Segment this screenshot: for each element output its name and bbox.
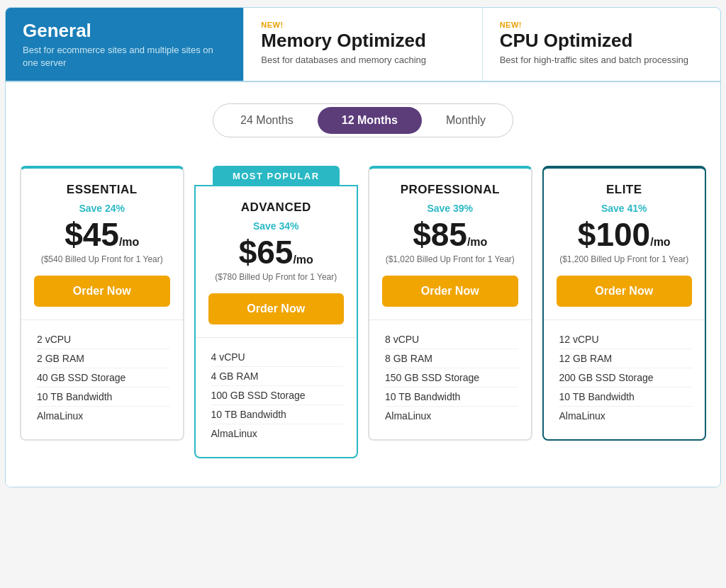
pricing-card-advanced: ADVANCED Save 34% $65/mo ($780 Billed Up… <box>194 185 359 458</box>
order-now-button[interactable]: Order Now <box>34 276 170 307</box>
divider <box>544 320 705 320</box>
cards-wrapper: ESSENTIAL Save 24% $45/mo ($540 Billed U… <box>20 166 706 458</box>
category-tab-general[interactable]: GeneralBest for ecommerce sites and mult… <box>6 8 244 81</box>
card-wrapper-elite: ELITE Save 41% $100/mo ($1,200 Billed Up… <box>542 166 707 441</box>
cards-section: ESSENTIAL Save 24% $45/mo ($540 Billed U… <box>20 166 706 458</box>
card-body-essential: ESSENTIAL Save 24% $45/mo ($540 Billed U… <box>21 169 183 425</box>
divider <box>196 337 357 338</box>
price-mo: /mo <box>293 254 313 266</box>
pricing-page: GeneralBest for ecommerce sites and mult… <box>5 7 721 487</box>
category-tabs: GeneralBest for ecommerce sites and mult… <box>6 8 720 82</box>
plan-name: ELITE <box>557 183 693 197</box>
feature-item: AlmaLinux <box>37 407 170 425</box>
feature-item: AlmaLinux <box>211 424 345 443</box>
plan-name: PROFESSIONAL <box>382 183 518 197</box>
feature-item: 4 GB RAM <box>211 367 345 386</box>
feature-item: AlmaLinux <box>385 407 518 425</box>
price-mo: /mo <box>119 236 139 248</box>
price-row: $65/mo <box>208 236 345 268</box>
tab-desc: Best for ecommerce sites and multiple si… <box>23 44 226 69</box>
price-mo: /mo <box>650 236 670 248</box>
feature-item: 8 GB RAM <box>385 349 518 368</box>
billing-toggle-btn-monthly[interactable]: Monthly <box>422 107 510 134</box>
feature-item: 10 TB Bandwidth <box>559 388 693 407</box>
feature-item: 2 GB RAM <box>37 349 170 368</box>
pricing-card-essential: ESSENTIAL Save 24% $45/mo ($540 Billed U… <box>20 166 184 441</box>
price-dollar: $85 <box>413 216 467 253</box>
save-badge: Save 24% <box>34 203 170 214</box>
price-row: $100/mo <box>557 218 693 251</box>
save-badge: Save 41% <box>557 203 693 214</box>
tab-desc: Best for databases and memory caching <box>261 54 464 67</box>
tab-title: General <box>23 21 226 41</box>
pricing-card-professional: PROFESSIONAL Save 39% $85/mo ($1,020 Bil… <box>368 166 532 441</box>
most-popular-label: MOST POPULAR <box>213 166 340 186</box>
divider <box>21 320 183 320</box>
new-badge: NEW! <box>261 21 464 29</box>
order-now-button[interactable]: Order Now <box>557 276 693 307</box>
card-wrapper-professional: PROFESSIONAL Save 39% $85/mo ($1,020 Bil… <box>368 166 532 441</box>
price-dollar: $100 <box>578 216 650 253</box>
price-mo: /mo <box>467 236 487 248</box>
tab-title: CPU Optimized <box>500 30 703 51</box>
plan-name: ADVANCED <box>208 200 345 215</box>
features-list: 2 vCPU2 GB RAM40 GB SSD Storage10 TB Ban… <box>34 330 170 425</box>
feature-item: 100 GB SSD Storage <box>211 386 345 405</box>
feature-item: 12 vCPU <box>559 330 693 349</box>
card-wrapper-advanced: MOST POPULAR ADVANCED Save 34% $65/mo ($… <box>194 166 359 458</box>
tab-title: Memory Optimized <box>261 30 464 51</box>
divider <box>369 320 531 320</box>
feature-item: 4 vCPU <box>211 348 345 367</box>
category-tab-memory[interactable]: NEW!Memory OptimizedBest for databases a… <box>244 8 482 81</box>
price-row: $45/mo <box>34 218 170 251</box>
feature-item: 10 TB Bandwidth <box>385 388 518 407</box>
card-body-elite: ELITE Save 41% $100/mo ($1,200 Billed Up… <box>544 169 705 425</box>
pricing-card-elite: ELITE Save 41% $100/mo ($1,200 Billed Up… <box>542 166 707 441</box>
billing-toggle-btn-12-months[interactable]: 12 Months <box>318 107 422 134</box>
new-badge: NEW! <box>500 21 703 29</box>
price-row: $85/mo <box>382 218 518 251</box>
order-now-button[interactable]: Order Now <box>208 293 345 324</box>
price-billed: ($1,020 Billed Up Front for 1 Year) <box>382 254 518 266</box>
features-list: 4 vCPU4 GB RAM100 GB SSD Storage10 TB Ba… <box>208 348 345 443</box>
tab-desc: Best for high-traffic sites and batch pr… <box>500 54 703 67</box>
price-dollar: $65 <box>239 234 294 271</box>
feature-item: 10 TB Bandwidth <box>211 405 345 424</box>
billing-toggle-btn-24-months[interactable]: 24 Months <box>216 107 318 134</box>
features-list: 8 vCPU8 GB RAM150 GB SSD Storage10 TB Ba… <box>382 330 518 425</box>
feature-item: 200 GB SSD Storage <box>559 368 693 388</box>
toggle-container: 24 Months12 MonthsMonthly <box>213 103 513 137</box>
price-billed: ($1,200 Billed Up Front for 1 Year) <box>557 254 693 266</box>
feature-item: 2 vCPU <box>37 330 170 349</box>
main-content: 24 Months12 MonthsMonthly ESSENTIAL Save… <box>6 82 720 487</box>
save-badge: Save 34% <box>208 220 345 232</box>
features-list: 12 vCPU12 GB RAM200 GB SSD Storage10 TB … <box>557 330 693 425</box>
most-popular-banner: MOST POPULAR <box>194 166 359 186</box>
price-billed: ($540 Billed Up Front for 1 Year) <box>34 254 170 266</box>
save-badge: Save 39% <box>382 203 518 214</box>
order-now-button[interactable]: Order Now <box>382 276 518 307</box>
feature-item: 150 GB SSD Storage <box>385 368 518 388</box>
feature-item: 10 TB Bandwidth <box>37 388 170 407</box>
card-wrapper-essential: ESSENTIAL Save 24% $45/mo ($540 Billed U… <box>20 166 184 441</box>
feature-item: 8 vCPU <box>385 330 518 349</box>
category-tab-cpu[interactable]: NEW!CPU OptimizedBest for high-traffic s… <box>483 8 720 81</box>
price-billed: ($780 Billed Up Front for 1 Year) <box>208 271 345 283</box>
card-body-advanced: ADVANCED Save 34% $65/mo ($780 Billed Up… <box>196 186 357 443</box>
price-dollar: $45 <box>65 216 119 253</box>
billing-toggle: 24 Months12 MonthsMonthly <box>20 103 706 137</box>
feature-item: AlmaLinux <box>559 407 693 425</box>
feature-item: 40 GB SSD Storage <box>37 368 170 388</box>
plan-name: ESSENTIAL <box>34 183 170 197</box>
feature-item: 12 GB RAM <box>559 349 693 368</box>
card-body-professional: PROFESSIONAL Save 39% $85/mo ($1,020 Bil… <box>369 169 531 425</box>
